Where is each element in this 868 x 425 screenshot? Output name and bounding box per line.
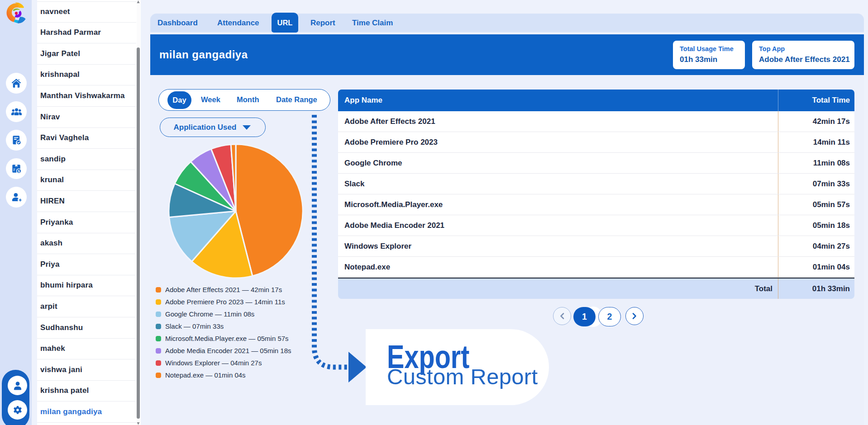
svg-text:$: $	[18, 169, 20, 173]
